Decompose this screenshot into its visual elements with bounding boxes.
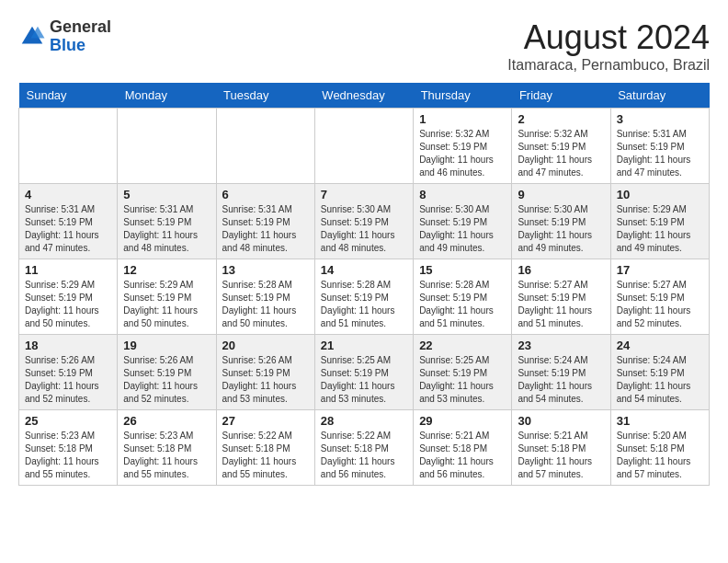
day-number: 24: [617, 339, 703, 352]
day-info: Sunrise: 5:31 AM Sunset: 5:19 PM Dayligh…: [617, 128, 703, 179]
weekday-header: Sunday: [19, 83, 118, 109]
calendar-cell: 31Sunrise: 5:20 AM Sunset: 5:18 PM Dayli…: [610, 410, 709, 486]
day-info: Sunrise: 5:30 AM Sunset: 5:19 PM Dayligh…: [321, 203, 407, 255]
day-number: 2: [518, 112, 604, 126]
calendar-cell: 9Sunrise: 5:30 AM Sunset: 5:19 PM Daylig…: [512, 184, 610, 259]
day-number: 18: [25, 339, 111, 352]
day-info: Sunrise: 5:23 AM Sunset: 5:18 PM Dayligh…: [123, 430, 210, 481]
calendar-cell: 10Sunrise: 5:29 AM Sunset: 5:19 PM Dayli…: [610, 184, 709, 259]
day-number: 29: [419, 414, 506, 428]
calendar-cell: 2Sunrise: 5:32 AM Sunset: 5:19 PM Daylig…: [512, 109, 610, 184]
day-info: Sunrise: 5:22 AM Sunset: 5:18 PM Dayligh…: [321, 430, 407, 481]
day-info: Sunrise: 5:30 AM Sunset: 5:19 PM Dayligh…: [419, 203, 506, 255]
day-number: 9: [518, 188, 604, 201]
day-info: Sunrise: 5:27 AM Sunset: 5:19 PM Dayligh…: [617, 279, 703, 330]
weekday-header: Monday: [118, 83, 216, 109]
day-number: 3: [617, 112, 703, 126]
day-number: 8: [419, 188, 506, 201]
day-number: 6: [222, 188, 309, 201]
calendar-cell: 19Sunrise: 5:26 AM Sunset: 5:19 PM Dayli…: [118, 335, 216, 410]
day-number: 23: [518, 339, 604, 352]
day-number: 19: [123, 339, 210, 352]
day-info: Sunrise: 5:29 AM Sunset: 5:19 PM Dayligh…: [617, 203, 703, 255]
day-info: Sunrise: 5:31 AM Sunset: 5:19 PM Dayligh…: [222, 203, 309, 255]
day-info: Sunrise: 5:32 AM Sunset: 5:19 PM Dayligh…: [419, 128, 506, 179]
day-info: Sunrise: 5:25 AM Sunset: 5:19 PM Dayligh…: [419, 354, 506, 406]
calendar-cell: 27Sunrise: 5:22 AM Sunset: 5:18 PM Dayli…: [216, 410, 314, 486]
calendar-week-row: 25Sunrise: 5:23 AM Sunset: 5:18 PM Dayli…: [19, 410, 710, 486]
calendar-cell: 8Sunrise: 5:30 AM Sunset: 5:19 PM Daylig…: [414, 184, 512, 259]
calendar-cell: [314, 109, 413, 184]
calendar-cell: 23Sunrise: 5:24 AM Sunset: 5:19 PM Dayli…: [512, 335, 610, 410]
weekday-header: Wednesday: [314, 83, 413, 109]
calendar-cell: 25Sunrise: 5:23 AM Sunset: 5:18 PM Dayli…: [19, 410, 118, 486]
calendar-cell: 3Sunrise: 5:31 AM Sunset: 5:19 PM Daylig…: [610, 109, 709, 184]
day-number: 26: [123, 414, 210, 428]
day-number: 1: [419, 112, 506, 126]
day-info: Sunrise: 5:28 AM Sunset: 5:19 PM Dayligh…: [321, 279, 407, 330]
logo: General Blue: [18, 18, 111, 55]
calendar-table: SundayMondayTuesdayWednesdayThursdayFrid…: [18, 83, 710, 486]
day-number: 7: [321, 188, 407, 201]
day-number: 21: [321, 339, 407, 352]
day-number: 13: [222, 263, 309, 277]
logo-general: General: [50, 17, 111, 36]
calendar-cell: 21Sunrise: 5:25 AM Sunset: 5:19 PM Dayli…: [314, 335, 413, 410]
calendar-cell: 15Sunrise: 5:28 AM Sunset: 5:19 PM Dayli…: [414, 259, 512, 335]
day-number: 16: [518, 263, 604, 277]
calendar-cell: 5Sunrise: 5:31 AM Sunset: 5:19 PM Daylig…: [118, 184, 216, 259]
logo-icon: [18, 23, 46, 51]
calendar-week-row: 18Sunrise: 5:26 AM Sunset: 5:19 PM Dayli…: [19, 335, 710, 410]
calendar-cell: 29Sunrise: 5:21 AM Sunset: 5:18 PM Dayli…: [414, 410, 512, 486]
day-info: Sunrise: 5:24 AM Sunset: 5:19 PM Dayligh…: [617, 354, 703, 406]
calendar-cell: 30Sunrise: 5:21 AM Sunset: 5:18 PM Dayli…: [512, 410, 610, 486]
logo-text: General Blue: [50, 18, 111, 55]
calendar-cell: 4Sunrise: 5:31 AM Sunset: 5:19 PM Daylig…: [19, 184, 118, 259]
day-number: 15: [419, 263, 506, 277]
logo-blue: Blue: [50, 36, 85, 54]
day-info: Sunrise: 5:26 AM Sunset: 5:19 PM Dayligh…: [222, 354, 309, 406]
calendar-week-row: 4Sunrise: 5:31 AM Sunset: 5:19 PM Daylig…: [19, 184, 710, 259]
day-info: Sunrise: 5:31 AM Sunset: 5:19 PM Dayligh…: [123, 203, 210, 255]
day-info: Sunrise: 5:21 AM Sunset: 5:18 PM Dayligh…: [419, 430, 506, 481]
calendar-cell: 28Sunrise: 5:22 AM Sunset: 5:18 PM Dayli…: [314, 410, 413, 486]
calendar-week-row: 1Sunrise: 5:32 AM Sunset: 5:19 PM Daylig…: [19, 109, 710, 184]
calendar-cell: 12Sunrise: 5:29 AM Sunset: 5:19 PM Dayli…: [118, 259, 216, 335]
calendar-cell: 7Sunrise: 5:30 AM Sunset: 5:19 PM Daylig…: [314, 184, 413, 259]
header: General Blue August 2024 Itamaraca, Pern…: [18, 18, 710, 74]
weekday-header: Tuesday: [216, 83, 314, 109]
day-info: Sunrise: 5:25 AM Sunset: 5:19 PM Dayligh…: [321, 354, 407, 406]
day-info: Sunrise: 5:20 AM Sunset: 5:18 PM Dayligh…: [617, 430, 703, 481]
day-number: 27: [222, 414, 309, 428]
calendar-cell: 6Sunrise: 5:31 AM Sunset: 5:19 PM Daylig…: [216, 184, 314, 259]
day-number: 5: [123, 188, 210, 201]
calendar-cell: 16Sunrise: 5:27 AM Sunset: 5:19 PM Dayli…: [512, 259, 610, 335]
day-number: 11: [25, 263, 111, 277]
day-number: 31: [617, 414, 703, 428]
day-number: 12: [123, 263, 210, 277]
calendar-week-row: 11Sunrise: 5:29 AM Sunset: 5:19 PM Dayli…: [19, 259, 710, 335]
calendar-cell: 1Sunrise: 5:32 AM Sunset: 5:19 PM Daylig…: [414, 109, 512, 184]
day-info: Sunrise: 5:26 AM Sunset: 5:19 PM Dayligh…: [123, 354, 210, 406]
day-info: Sunrise: 5:21 AM Sunset: 5:18 PM Dayligh…: [518, 430, 604, 481]
calendar-cell: 26Sunrise: 5:23 AM Sunset: 5:18 PM Dayli…: [118, 410, 216, 486]
day-info: Sunrise: 5:30 AM Sunset: 5:19 PM Dayligh…: [518, 203, 604, 255]
month-year: August 2024: [507, 18, 710, 57]
calendar-cell: 18Sunrise: 5:26 AM Sunset: 5:19 PM Dayli…: [19, 335, 118, 410]
day-number: 25: [25, 414, 111, 428]
day-info: Sunrise: 5:32 AM Sunset: 5:19 PM Dayligh…: [518, 128, 604, 179]
day-number: 17: [617, 263, 703, 277]
day-number: 4: [25, 188, 111, 201]
calendar-cell: 20Sunrise: 5:26 AM Sunset: 5:19 PM Dayli…: [216, 335, 314, 410]
weekday-header: Friday: [512, 83, 610, 109]
day-number: 14: [321, 263, 407, 277]
day-info: Sunrise: 5:28 AM Sunset: 5:19 PM Dayligh…: [419, 279, 506, 330]
day-number: 22: [419, 339, 506, 352]
calendar-cell: [216, 109, 314, 184]
calendar-cell: 22Sunrise: 5:25 AM Sunset: 5:19 PM Dayli…: [414, 335, 512, 410]
calendar-cell: [19, 109, 118, 184]
weekday-header: Thursday: [414, 83, 512, 109]
day-info: Sunrise: 5:28 AM Sunset: 5:19 PM Dayligh…: [222, 279, 309, 330]
calendar-cell: [118, 109, 216, 184]
calendar-cell: 17Sunrise: 5:27 AM Sunset: 5:19 PM Dayli…: [610, 259, 709, 335]
